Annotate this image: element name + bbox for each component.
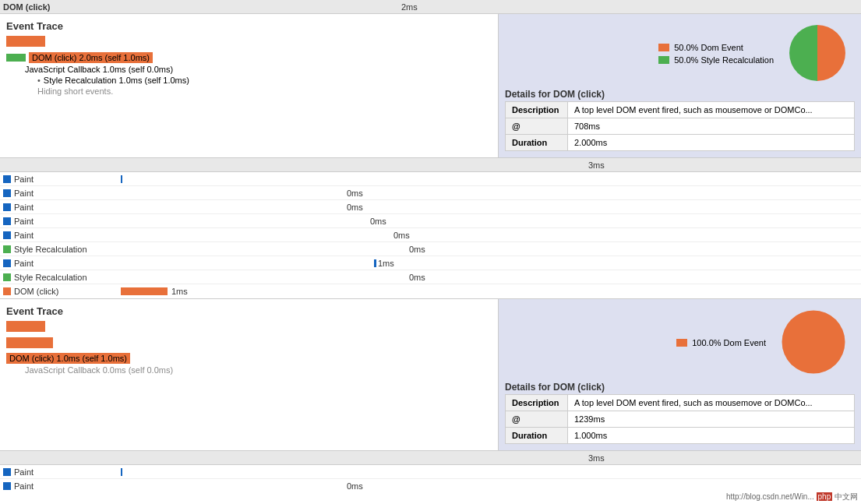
tl-row-1-7: Style Recalculation 0ms bbox=[0, 270, 861, 284]
js-callback-row-1: JavaScript Callback 1.0ms (self 0.0ms) bbox=[6, 64, 492, 75]
tl-ms-label-2: 3ms bbox=[588, 453, 605, 463]
tl-text-2-0: Paint bbox=[14, 467, 34, 477]
top-bar-value: 2ms bbox=[401, 2, 418, 12]
tl-row-label-1-5: Style Recalculation bbox=[0, 245, 121, 254]
svg-point-0 bbox=[782, 311, 845, 374]
tl-row-label-1-6: Paint bbox=[0, 259, 121, 268]
trace-orange-bar-2 bbox=[6, 321, 45, 332]
details-title-2: Details for DOM (click) bbox=[505, 382, 855, 393]
js-callback-label-2: JavaScript Callback 0.0ms (self 0.0ms) bbox=[25, 365, 173, 375]
main-content: DOM (click) 2ms Event Trace DOM (click) … bbox=[0, 0, 861, 493]
tl-text-1-0: Paint bbox=[14, 174, 34, 184]
legend-item-1-2: 50.0% Style Recalculation bbox=[658, 55, 774, 65]
legend-2: 100.0% Dom Event bbox=[676, 338, 766, 347]
details-row-dur-2: Duration 1.000ms bbox=[506, 428, 855, 444]
trace-right-1: 50.0% Dom Event 50.0% Style Recalculatio… bbox=[499, 14, 861, 157]
trace-orange-bar-row-2b bbox=[0, 336, 498, 351]
trace-orange-bar-row bbox=[0, 33, 498, 51]
tl-bar-1-6 bbox=[374, 259, 376, 267]
legend-label-1-1: 50.0% Dom Event bbox=[674, 43, 743, 52]
tl-bar-area-1-0 bbox=[121, 172, 861, 185]
details-label-desc-2: Description bbox=[506, 395, 568, 411]
event-trace-section-1: Event Trace DOM (click) 2.0ms (self 1.0m… bbox=[0, 14, 861, 158]
details-value-at-1: 708ms bbox=[568, 118, 855, 135]
tl-row-2-0: Paint bbox=[0, 465, 861, 479]
tl-color-2-1 bbox=[3, 482, 11, 490]
tl-time-2-1: 0ms bbox=[347, 481, 363, 491]
dom-click-label-2: DOM (click) 1.0ms (self 1.0ms) bbox=[6, 353, 130, 364]
tl-row-1-6: Paint 1ms bbox=[0, 256, 861, 270]
top-bar-value-area: 2ms bbox=[121, 0, 861, 13]
tl-text-1-7: Style Recalculation bbox=[14, 273, 87, 282]
php-badge: php bbox=[817, 492, 833, 501]
tl-time-1-3: 0ms bbox=[370, 217, 386, 226]
tl-text-1-6: Paint bbox=[14, 259, 34, 268]
top-bar-label: DOM (click) bbox=[0, 2, 51, 12]
tl-row-label-1-1: Paint bbox=[0, 189, 121, 198]
details-label-at-1: @ bbox=[506, 118, 568, 135]
details-value-desc-2: A top level DOM event fired, such as mou… bbox=[568, 395, 855, 411]
hiding-short-label-1: Hiding short events. bbox=[37, 86, 113, 96]
tl-color-1-6 bbox=[3, 259, 11, 267]
trace-title-2: Event Trace bbox=[0, 302, 498, 319]
details-row-desc-2: Description A top level DOM event fired,… bbox=[506, 395, 855, 411]
tl-color-1-7 bbox=[3, 273, 11, 281]
tl-header-area-1: 3ms bbox=[121, 158, 861, 171]
tl-row-label-1-2: Paint bbox=[0, 203, 121, 212]
tl-color-2-0 bbox=[3, 468, 11, 476]
tl-bar-2-0 bbox=[121, 468, 122, 476]
details-label-dur-1: Duration bbox=[506, 135, 568, 151]
tl-color-1-2 bbox=[3, 203, 11, 211]
details-area-2: Details for DOM (click) Description A to… bbox=[499, 379, 861, 450]
tl-bar-area-2-0 bbox=[121, 465, 861, 478]
tl-time-1-7: 0ms bbox=[409, 273, 425, 282]
trace-left-2: Event Trace DOM (click) 1.0ms (self 1.0m… bbox=[0, 299, 499, 450]
details-label-desc-1: Description bbox=[506, 102, 568, 118]
details-row-desc-1: Description A top level DOM event fired,… bbox=[506, 102, 855, 118]
tl-row-label-2-0: Paint bbox=[0, 467, 121, 477]
trace-tree-2: DOM (click) 1.0ms (self 1.0ms) JavaScrip… bbox=[0, 351, 498, 376]
legend-color-2-1 bbox=[676, 339, 687, 347]
tl-text-1-4: Paint bbox=[14, 231, 34, 240]
tl-row-label-1-8: DOM (click) bbox=[0, 287, 121, 296]
tl-time-1-5: 0ms bbox=[409, 245, 425, 254]
tl-bar-area-1-2: 0ms bbox=[121, 200, 861, 213]
dom-click-label-1: DOM (click) 2.0ms (self 1.0ms) bbox=[29, 52, 153, 63]
details-row-at-1: @ 708ms bbox=[506, 118, 855, 135]
tl-bar-area-1-1: 0ms bbox=[121, 186, 861, 199]
style-recalc-row-1: • Style Recalculation 1.0ms (self 1.0ms) bbox=[6, 75, 492, 86]
pie-chart-2 bbox=[778, 307, 849, 379]
green-bar-1 bbox=[6, 54, 26, 62]
trace-orange-bar-row-2 bbox=[0, 319, 498, 336]
tl-row-1-5: Style Recalculation 0ms bbox=[0, 242, 861, 256]
dom-click-row-2: DOM (click) 1.0ms (self 1.0ms) bbox=[6, 352, 492, 365]
details-area-1: Details for DOM (click) Description A to… bbox=[499, 86, 861, 157]
event-trace-section-2: Event Trace DOM (click) 1.0ms (self 1.0m… bbox=[0, 299, 861, 451]
watermark-text: http://blog.csdn.net/Win... bbox=[726, 492, 817, 501]
tl-bar-1-8 bbox=[121, 287, 168, 295]
trace-tree-1: DOM (click) 2.0ms (self 1.0ms) JavaScrip… bbox=[0, 51, 498, 97]
tl-row-label-1-4: Paint bbox=[0, 231, 121, 240]
tl-bar-1-0 bbox=[121, 175, 122, 183]
tl-time-1-2: 0ms bbox=[347, 203, 363, 212]
tl-bar-area-1-6: 1ms bbox=[121, 256, 861, 270]
tl-row-label-1-0: Paint bbox=[0, 174, 121, 184]
details-title-1: Details for DOM (click) bbox=[505, 89, 855, 100]
tl-color-1-4 bbox=[3, 231, 11, 239]
tl-header-area-2: 3ms bbox=[121, 451, 861, 464]
tl-time-1-8: 1ms bbox=[171, 287, 188, 296]
legend-label-1-2: 50.0% Style Recalculation bbox=[674, 55, 774, 65]
tl-bar-area-1-3: 0ms bbox=[121, 214, 861, 227]
details-row-at-2: @ 1239ms bbox=[506, 411, 855, 428]
watermark: http://blog.csdn.net/Win... php 中文网 bbox=[726, 492, 858, 502]
style-recalc-label-1: Style Recalculation 1.0ms (self 1.0ms) bbox=[44, 76, 189, 85]
tl-header-1: 3ms bbox=[0, 158, 861, 172]
tl-row-1-1: Paint 0ms bbox=[0, 186, 861, 200]
details-value-dur-1: 2.000ms bbox=[568, 135, 855, 151]
tl-color-1-1 bbox=[3, 189, 11, 197]
tl-text-1-5: Style Recalculation bbox=[14, 245, 87, 254]
trace-left-1: Event Trace DOM (click) 2.0ms (self 1.0m… bbox=[0, 14, 499, 157]
top-bar-label-area: DOM (click) bbox=[0, 2, 121, 12]
trace-orange-bar-2b bbox=[6, 337, 53, 348]
dom-click-row-1: DOM (click) 2.0ms (self 1.0ms) bbox=[6, 51, 492, 64]
